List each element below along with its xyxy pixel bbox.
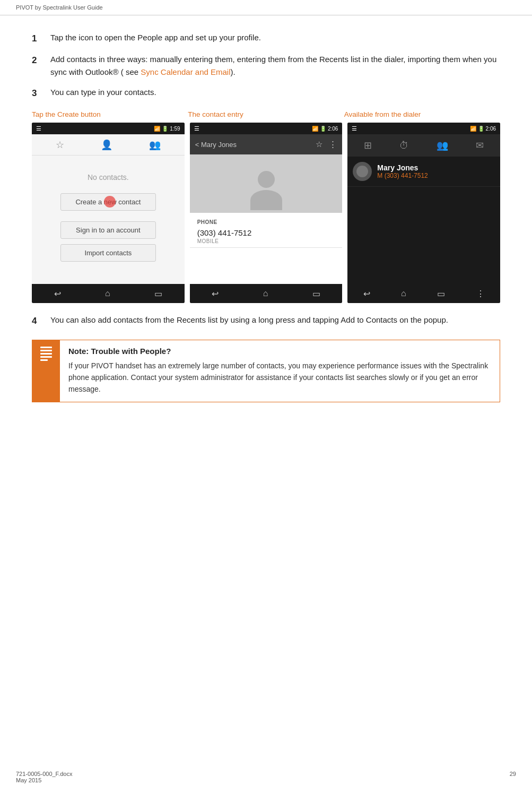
step-4: 4 You can also add contacts from the Rec… [32, 314, 500, 328]
phone-prefix: M [377, 172, 382, 179]
no-contacts-text: No contacts. [88, 173, 129, 182]
step-3: 3 You can type in your contacts. [32, 86, 500, 100]
sync-link[interactable]: Sync Calendar and Email [141, 67, 230, 76]
status-right-3: 📶 🔋 2:06 [470, 126, 496, 132]
wifi-icon-2: 📶 [312, 126, 318, 132]
home-icon-3[interactable]: ⌂ [401, 289, 406, 298]
label-1: Tap the Create button [32, 110, 188, 118]
note-content: Note: Trouble with People? If your PIVOT… [60, 340, 500, 402]
sign-in-button[interactable]: Sign in to an account [60, 221, 156, 239]
contact-name: Mary Jones [377, 163, 495, 172]
status-right-1: 📶 🔋 1:59 [154, 126, 180, 132]
bottom-nav-2: ↩ ⌂ ▭ [190, 284, 343, 303]
avatar-head [258, 171, 275, 188]
status-bar-1: ☰ 📶 🔋 1:59 [32, 123, 185, 134]
contact-details: Mary Jones M (303) 441-7512 [377, 163, 495, 179]
tap-indicator [104, 196, 116, 208]
screen-2-contact: ☰ 📶 🔋 2:06 < Mary Jones ☆ ⋮ [190, 123, 343, 303]
contacts-tab-icon[interactable]: 👥 [437, 140, 448, 151]
signal-icon-3: ☰ [352, 125, 357, 132]
screen-1-people: ☰ 📶 🔋 1:59 ☆ 👤 👥 No contacts. [32, 123, 185, 303]
note-line-5 [40, 359, 48, 361]
bottom-nav-1: ↩ ⌂ ▭ [32, 284, 185, 303]
contact-avatar [353, 162, 372, 181]
battery-icon: 🔋 [162, 126, 168, 132]
note-line-2 [40, 350, 52, 351]
person-tab-icon[interactable]: 👤 [101, 139, 112, 151]
star-icon-2[interactable]: ☆ [316, 140, 322, 149]
back-icon-2[interactable]: ↩ [212, 289, 219, 299]
back-icon-3[interactable]: ↩ [363, 289, 370, 299]
wifi-icon-3: 📶 [470, 126, 476, 132]
star-tab-icon[interactable]: ☆ [56, 139, 64, 151]
home-icon-1[interactable]: ⌂ [105, 289, 110, 298]
footer-left: 721-0005-000_F.docx May 2015 [16, 771, 72, 783]
label-2: The contact entry [188, 110, 344, 118]
import-contacts-button[interactable]: Import contacts [60, 244, 156, 262]
note-box: Note: Trouble with People? If your PIVOT… [32, 340, 500, 402]
label-3: Available from the dialer [344, 110, 500, 118]
note-line-1 [40, 347, 52, 348]
page-header: PIVOT by Spectralink User Guide [0, 0, 532, 15]
note-line-3 [40, 353, 52, 355]
avatar-body [250, 190, 282, 210]
dialpad-tab-icon[interactable]: ⊞ [364, 140, 372, 151]
wifi-icon: 📶 [154, 126, 160, 132]
signal-icon: ☰ [36, 125, 41, 132]
phone-section-label: PHONE [197, 219, 335, 225]
phone-type: MOBILE [197, 238, 335, 244]
recent-icon-1[interactable]: ▭ [154, 289, 162, 299]
note-body: If your PIVOT handset has an extremely l… [68, 360, 491, 395]
recent-icon-3[interactable]: ▭ [437, 289, 445, 299]
contact-action-icons: ☆ ⋮ [316, 140, 337, 149]
screenshots-row: ☰ 📶 🔋 1:59 ☆ 👤 👥 No contacts. [32, 123, 500, 303]
time-1: 1:59 [170, 126, 180, 132]
menu-icon-2[interactable]: ⋮ [329, 140, 337, 149]
contact-phone: M (303) 441-7512 [377, 172, 495, 179]
more-icon-3[interactable]: ⋮ [476, 289, 485, 299]
back-icon-1[interactable]: ↩ [54, 289, 61, 299]
note-icon-col [32, 340, 60, 402]
create-contact-button[interactable]: Create a new contact [60, 193, 156, 211]
dialer-content: ⊞ ⏱ 👥 ✉ Mary Jones M (303) [347, 134, 500, 284]
numbered-steps: 1 Tap the icon to open the People app an… [32, 31, 500, 100]
contact-list-item[interactable]: Mary Jones M (303) 441-7512 [347, 157, 500, 187]
people-tabs: ☆ 👤 👥 [32, 134, 185, 156]
bottom-nav-3: ↩ ⌂ ▭ ⋮ [347, 284, 500, 303]
note-line-4 [40, 356, 52, 358]
screenshots-section: Tap the Create button The contact entry … [32, 110, 500, 303]
back-to-name[interactable]: < Mary Jones [195, 141, 237, 149]
recents-tab-icon[interactable]: ⏱ [399, 140, 409, 151]
battery-icon-3: 🔋 [478, 126, 484, 132]
phone-number: (303) 441-7512 [197, 228, 335, 237]
footer-right: 29 [510, 771, 516, 783]
status-right-2: 📶 🔋 2:06 [312, 126, 338, 132]
status-bar-2: ☰ 📶 🔋 2:06 [190, 123, 343, 134]
recent-icon-2[interactable]: ▭ [312, 289, 320, 299]
screen-3-dialer: ☰ 📶 🔋 2:06 ⊞ ⏱ 👥 ✉ [347, 123, 500, 303]
voicemail-tab-icon[interactable]: ✉ [476, 140, 484, 151]
people-tab-icon[interactable]: 👥 [149, 139, 161, 151]
contact-top-bar: < Mary Jones ☆ ⋮ [190, 134, 343, 154]
avatar-area [190, 154, 343, 213]
screenshot-labels: Tap the Create button The contact entry … [32, 110, 500, 118]
step-2: 2 Add contacts in three ways: manually e… [32, 53, 500, 79]
note-icon [40, 347, 52, 361]
step-4-section: 4 You can also add contacts from the Rec… [32, 314, 500, 402]
time-3: 2:06 [486, 126, 496, 132]
signal-icon-2: ☰ [194, 125, 199, 132]
people-content: ☆ 👤 👥 No contacts. Create a new contact [32, 134, 185, 284]
status-bar-3: ☰ 📶 🔋 2:06 [347, 123, 500, 134]
note-title: Note: Trouble with People? [68, 347, 491, 356]
page-footer: 721-0005-000_F.docx May 2015 29 [16, 771, 516, 783]
battery-icon-2: 🔋 [320, 126, 326, 132]
contact-screen-content: < Mary Jones ☆ ⋮ PHONE [190, 134, 343, 284]
step-4-list: 4 You can also add contacts from the Rec… [32, 314, 500, 328]
time-2: 2:06 [328, 126, 338, 132]
no-contacts-area: No contacts. Create a new contact Sign i… [32, 156, 185, 284]
home-icon-2[interactable]: ⌂ [263, 289, 268, 298]
dialer-tabs: ⊞ ⏱ 👥 ✉ [347, 134, 500, 157]
avatar-head-small [356, 166, 368, 177]
contact-info-section: PHONE (303) 441-7512 MOBILE [190, 213, 343, 248]
step-1: 1 Tap the icon to open the People app an… [32, 31, 500, 46]
